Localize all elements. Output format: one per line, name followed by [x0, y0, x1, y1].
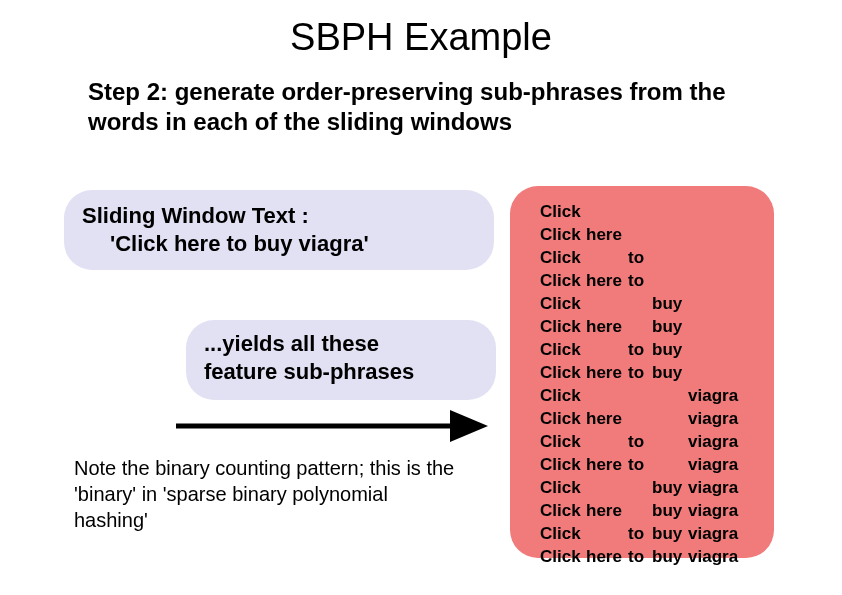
table-row: Clickviagra [540, 384, 742, 407]
phrase-cell: viagra [688, 453, 742, 476]
phrase-cell: Click [540, 292, 586, 315]
phrase-cell [586, 522, 628, 545]
phrase-cell: Click [540, 499, 586, 522]
phrase-cell: to [628, 269, 652, 292]
phrase-cell: buy [652, 522, 688, 545]
phrase-cell: Click [540, 223, 586, 246]
table-row: Clickhere [540, 223, 742, 246]
table-row: Clickherebuyviagra [540, 499, 742, 522]
phrase-cell [586, 246, 628, 269]
phrase-cell: to [628, 522, 652, 545]
table-row: Click [540, 200, 742, 223]
phrase-table: ClickClickhereClicktoClickheretoClickbuy… [540, 200, 742, 568]
phrase-cell [628, 315, 652, 338]
phrase-cell: viagra [688, 476, 742, 499]
phrase-cell: here [586, 269, 628, 292]
phrase-cell: to [628, 545, 652, 568]
phrase-cell [586, 476, 628, 499]
phrase-cell: Click [540, 361, 586, 384]
phrase-cell: viagra [688, 545, 742, 568]
phrase-cell [688, 361, 742, 384]
phrase-cell: Click [540, 522, 586, 545]
table-row: Clickto [540, 246, 742, 269]
phrase-cell: buy [652, 338, 688, 361]
phrase-cell: Click [540, 200, 586, 223]
phrase-cell: Click [540, 545, 586, 568]
sliding-window-line1: Sliding Window Text : [82, 202, 476, 230]
phrase-cell: to [628, 361, 652, 384]
phrase-cell: Click [540, 384, 586, 407]
table-row: Clicktoviagra [540, 430, 742, 453]
phrase-cell: here [586, 407, 628, 430]
phrase-cell [652, 246, 688, 269]
phrase-cell: buy [652, 292, 688, 315]
table-row: Clickheretobuy [540, 361, 742, 384]
phrase-cell: Click [540, 269, 586, 292]
phrase-cell [652, 200, 688, 223]
table-row: Clickhereviagra [540, 407, 742, 430]
phrase-cell [586, 430, 628, 453]
phrase-cell: here [586, 453, 628, 476]
phrase-cell [586, 200, 628, 223]
phrase-cell [688, 223, 742, 246]
table-row: Clicktobuy [540, 338, 742, 361]
phrase-cell [628, 384, 652, 407]
slide-title: SBPH Example [0, 0, 842, 59]
phrase-cell: here [586, 361, 628, 384]
phrase-cell [652, 407, 688, 430]
phrase-cell: here [586, 545, 628, 568]
phrase-cell: Click [540, 407, 586, 430]
phrase-cell: here [586, 499, 628, 522]
phrase-cell [628, 499, 652, 522]
phrase-cell: Click [540, 476, 586, 499]
phrase-cell [652, 430, 688, 453]
phrase-cell: viagra [688, 522, 742, 545]
table-row: Clickbuyviagra [540, 476, 742, 499]
phrase-cell: here [586, 315, 628, 338]
phrase-cell: Click [540, 430, 586, 453]
phrase-cell [688, 246, 742, 269]
phrase-cell: viagra [688, 407, 742, 430]
phrase-cell: buy [652, 545, 688, 568]
phrase-cell [652, 223, 688, 246]
phrase-cell: to [628, 430, 652, 453]
phrase-cell [688, 315, 742, 338]
phrase-cell: Click [540, 453, 586, 476]
phrase-cell [628, 407, 652, 430]
phrase-cell: viagra [688, 430, 742, 453]
arrow-icon [172, 404, 488, 448]
table-row: Clickheretoviagra [540, 453, 742, 476]
phrase-cell: buy [652, 315, 688, 338]
phrase-cell: here [586, 223, 628, 246]
slide-subtitle: Step 2: generate order-preserving sub-ph… [88, 77, 748, 137]
sliding-window-line2: 'Click here to buy viagra' [82, 230, 476, 258]
svg-marker-1 [450, 410, 488, 442]
phrase-cell [628, 200, 652, 223]
phrase-cell [628, 292, 652, 315]
yields-line1: ...yields all these [204, 330, 478, 358]
table-row: Clicktobuyviagra [540, 522, 742, 545]
table-row: Clickheretobuyviagra [540, 545, 742, 568]
yields-line2: feature sub-phrases [204, 358, 478, 386]
phrase-cell [586, 292, 628, 315]
phrase-cell [688, 338, 742, 361]
phrase-cell [586, 338, 628, 361]
phrase-cell: viagra [688, 384, 742, 407]
phrase-cell: to [628, 338, 652, 361]
phrase-cell: to [628, 246, 652, 269]
table-row: Clickbuy [540, 292, 742, 315]
yields-box: ...yields all these feature sub-phrases [186, 320, 496, 400]
phrase-cell [652, 384, 688, 407]
phrase-cell: Click [540, 315, 586, 338]
phrase-cell [688, 200, 742, 223]
phrase-cell: viagra [688, 499, 742, 522]
footnote: Note the binary counting pattern; this i… [74, 455, 464, 533]
table-row: Clickherebuy [540, 315, 742, 338]
phrase-cell: Click [540, 246, 586, 269]
sliding-window-box: Sliding Window Text : 'Click here to buy… [64, 190, 494, 270]
phrase-cell: buy [652, 476, 688, 499]
phrase-cell: buy [652, 361, 688, 384]
phrase-cell: to [628, 453, 652, 476]
table-row: Clickhereto [540, 269, 742, 292]
phrase-cell [652, 453, 688, 476]
